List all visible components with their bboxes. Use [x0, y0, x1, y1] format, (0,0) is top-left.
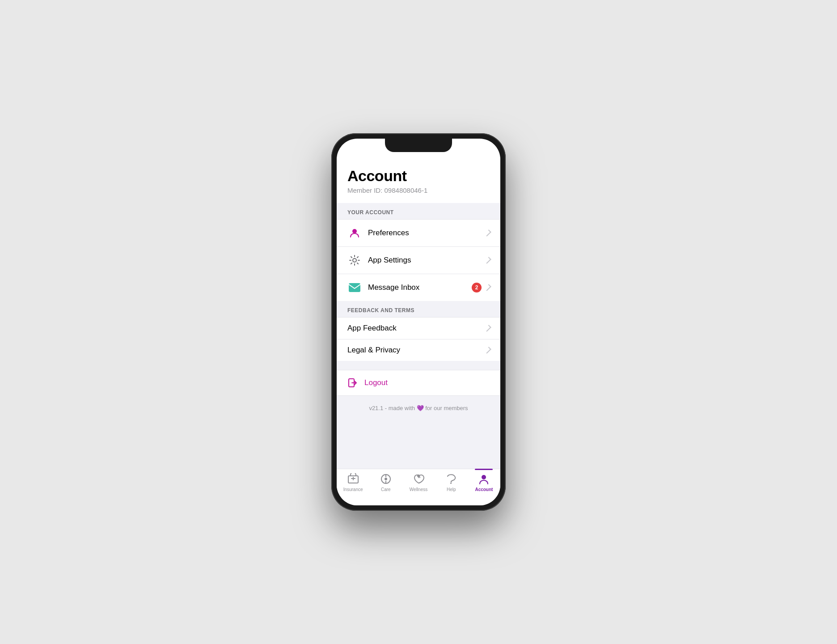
- logout-item[interactable]: Logout: [337, 370, 500, 395]
- tab-help[interactable]: Help: [435, 473, 468, 492]
- your-account-section: YOUR ACCOUNT Preferences: [337, 203, 500, 301]
- preferences-label: Preferences: [368, 229, 486, 237]
- account-icon: [478, 473, 490, 485]
- phone-notch: [385, 139, 452, 152]
- logout-label: Logout: [364, 378, 388, 387]
- tab-wellness-label: Wellness: [410, 487, 427, 492]
- tab-insurance[interactable]: Insurance: [337, 473, 369, 492]
- tab-care-label: Care: [381, 487, 391, 492]
- version-text: v21.1 - made with: [369, 405, 415, 411]
- care-icon: [380, 473, 392, 485]
- message-inbox-item[interactable]: Message Inbox 2: [337, 274, 500, 301]
- app-settings-item[interactable]: App Settings: [337, 247, 500, 274]
- version-footer: v21.1 - made with 💜 for our members: [337, 396, 500, 420]
- insurance-icon: [347, 473, 359, 485]
- svg-rect-2: [349, 283, 360, 292]
- header-section: Account Member ID: 0984808046-1: [337, 158, 500, 203]
- feedback-section: FEEDBACK AND TERMS App Feedback Legal & …: [337, 301, 500, 361]
- tab-insurance-label: Insurance: [343, 487, 363, 492]
- person-icon: [347, 226, 362, 240]
- tab-care[interactable]: Care: [369, 473, 402, 492]
- legal-privacy-label: Legal & Privacy: [347, 346, 486, 355]
- svg-point-1: [353, 258, 356, 262]
- page-title: Account: [347, 167, 490, 185]
- phone-screen: Account Member ID: 0984808046-1 YOUR ACC…: [337, 139, 500, 505]
- svg-point-0: [352, 229, 357, 233]
- svg-point-12: [417, 475, 420, 477]
- feedback-list: App Feedback Legal & Privacy: [337, 317, 500, 361]
- tab-bar: Insurance Care: [337, 469, 500, 505]
- heart-icon: 💜: [417, 405, 426, 411]
- chevron-icon: [484, 284, 491, 291]
- your-account-header: YOUR ACCOUNT: [337, 203, 500, 219]
- logout-section: Logout: [337, 370, 500, 396]
- version-suffix: for our members: [425, 405, 468, 411]
- tab-account-label: Account: [475, 487, 493, 492]
- preferences-item[interactable]: Preferences: [337, 220, 500, 247]
- screen-content: Account Member ID: 0984808046-1 YOUR ACC…: [337, 158, 500, 469]
- app-feedback-item[interactable]: App Feedback: [337, 318, 500, 339]
- envelope-icon: [347, 280, 362, 295]
- app-settings-label: App Settings: [368, 256, 486, 265]
- member-id: Member ID: 0984808046-1: [347, 186, 490, 194]
- tab-account[interactable]: Account: [468, 473, 500, 492]
- legal-privacy-item[interactable]: Legal & Privacy: [337, 339, 500, 361]
- svg-point-9: [385, 478, 387, 480]
- tab-help-label: Help: [447, 487, 456, 492]
- tab-wellness[interactable]: Wellness: [402, 473, 435, 492]
- svg-rect-13: [450, 483, 452, 484]
- gear-icon: [347, 253, 362, 267]
- your-account-list: Preferences App Settings: [337, 219, 500, 301]
- feedback-header: FEEDBACK AND TERMS: [337, 301, 500, 317]
- app-feedback-label: App Feedback: [347, 324, 486, 333]
- wellness-icon: [412, 473, 425, 485]
- logout-icon: [347, 377, 358, 388]
- message-inbox-label: Message Inbox: [368, 283, 472, 292]
- svg-point-14: [482, 475, 486, 479]
- phone-frame: Account Member ID: 0984808046-1 YOUR ACC…: [331, 133, 506, 511]
- inbox-badge: 2: [472, 283, 482, 292]
- help-icon: [445, 473, 457, 485]
